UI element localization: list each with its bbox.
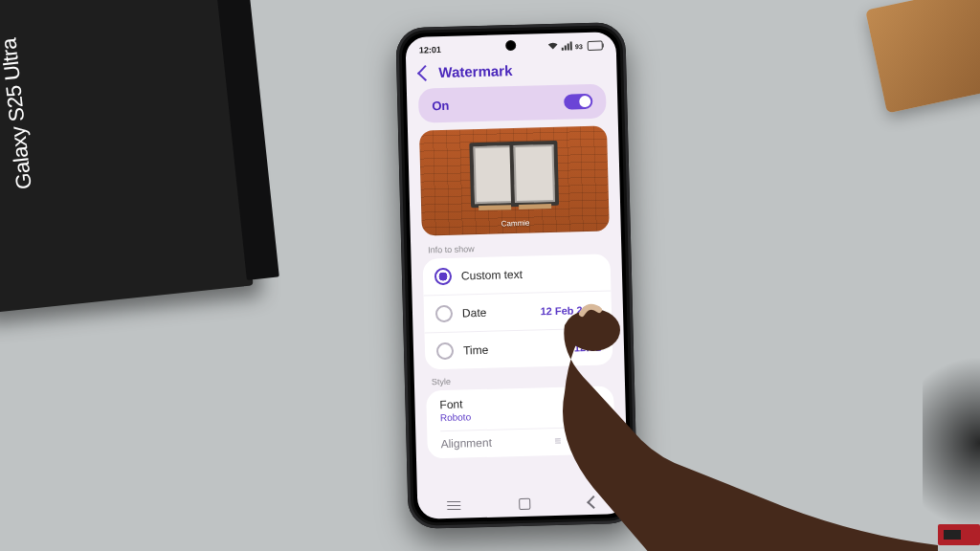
font-row[interactable]: Font Roboto xyxy=(439,394,601,423)
alignment-label: Alignment xyxy=(440,436,492,451)
watermark-preview: Cammie xyxy=(419,125,610,235)
product-box: Galaxy S25 Ultra xyxy=(0,0,254,315)
option-label: Custom text xyxy=(461,266,599,283)
back-icon[interactable] xyxy=(417,64,434,80)
right-edge-shadow xyxy=(923,335,980,551)
system-back-button[interactable] xyxy=(587,496,600,509)
align-left-icon[interactable]: ≡ xyxy=(554,434,561,448)
radio-unchecked-icon xyxy=(436,342,454,360)
alignment-icons: ≡ ≡ ≡ xyxy=(554,433,601,448)
option-label: Time xyxy=(463,342,565,358)
page-title: Watermark xyxy=(438,62,512,80)
status-time: 12:01 xyxy=(419,45,441,55)
style-card: Font Roboto Alignment ≡ ≡ ≡ xyxy=(426,386,615,458)
radio-checked-icon xyxy=(434,268,452,285)
option-date[interactable]: Date 12 Feb 2025 xyxy=(424,290,612,332)
recents-button[interactable] xyxy=(447,501,460,511)
phone-frame: 12:01 93 Watermark xyxy=(395,22,638,529)
phone-screen: 12:01 93 Watermark xyxy=(405,32,628,519)
option-custom-text[interactable]: Custom text xyxy=(423,253,612,295)
preview-window-right xyxy=(509,141,559,207)
option-value: 12:01 xyxy=(574,342,601,354)
align-right-icon[interactable]: ≡ xyxy=(594,433,601,447)
phone-bezel: 12:01 93 Watermark xyxy=(401,28,632,523)
product-box-side xyxy=(215,0,279,280)
master-toggle-card[interactable]: On xyxy=(418,84,607,123)
align-center-icon[interactable]: ≡ xyxy=(574,433,581,447)
corner-badge xyxy=(938,524,980,545)
option-label: Date xyxy=(462,305,531,320)
desk-scene: Galaxy S25 Ultra 12:01 93 xyxy=(0,0,980,551)
product-box-text: Galaxy S25 Ultra xyxy=(0,37,37,190)
signal-icon xyxy=(561,41,572,52)
master-toggle-switch[interactable] xyxy=(564,94,592,110)
alignment-row[interactable]: Alignment ≡ ≡ ≡ xyxy=(440,427,601,451)
wifi-icon xyxy=(548,42,558,52)
radio-unchecked-icon xyxy=(435,305,453,322)
battery-pct: 93 xyxy=(575,43,583,50)
status-right: 93 xyxy=(548,40,603,52)
option-value: 12 Feb 2025 xyxy=(540,304,600,318)
wooden-block xyxy=(865,0,980,113)
master-toggle-label: On xyxy=(432,98,449,112)
option-time[interactable]: Time 12:01 xyxy=(425,327,613,369)
info-list: Custom text Date 12 Feb 2025 Time 12:01 xyxy=(423,253,613,369)
home-button[interactable] xyxy=(519,498,530,510)
system-nav-bar xyxy=(417,489,629,519)
battery-icon xyxy=(588,41,603,51)
